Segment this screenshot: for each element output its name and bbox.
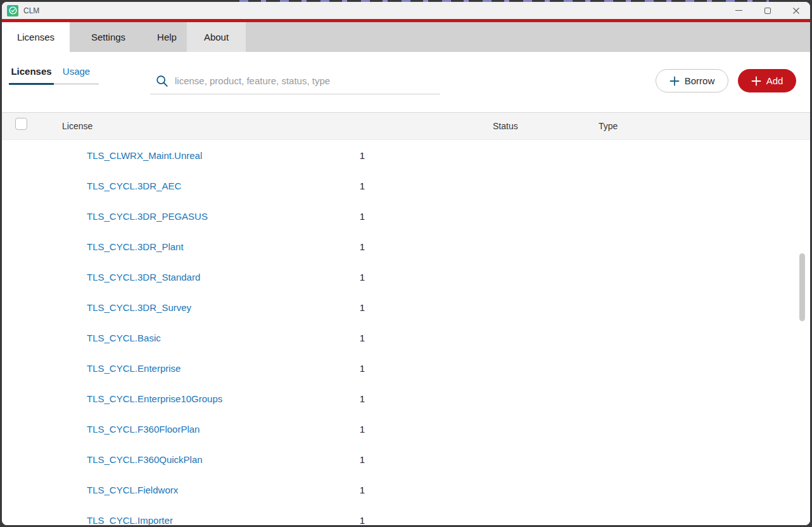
license-link[interactable]: TLS_CYCL.3DR_Standard xyxy=(87,272,200,283)
minimize-button[interactable] xyxy=(725,2,753,19)
license-link[interactable]: TLS_CYCL.Basic xyxy=(87,333,161,343)
license-link[interactable]: TLS_CYCL.F360QuickPlan xyxy=(87,454,203,465)
plus-icon xyxy=(751,76,761,86)
table-row: TLS_CYCL.3DR_AEC 1 xyxy=(2,170,810,201)
maximize-button[interactable] xyxy=(753,2,782,19)
license-link[interactable]: TLS_CYCL.Enterprise xyxy=(87,363,181,374)
vertical-scrollbar-thumb[interactable] xyxy=(799,253,805,321)
maximize-icon xyxy=(764,8,771,14)
app-logo-check-circle-icon xyxy=(7,5,18,16)
search-icon xyxy=(155,74,169,88)
tab-settings-label: Settings xyxy=(91,32,125,42)
license-link[interactable]: TLS_CYCL.F360FloorPlan xyxy=(87,424,200,435)
search-field xyxy=(150,68,440,94)
clm-app-window: CLM Licenses Settings Help About License… xyxy=(2,2,810,525)
license-count: 1 xyxy=(339,485,365,495)
license-count: 1 xyxy=(339,181,365,191)
search-input[interactable] xyxy=(175,75,440,86)
license-count: 1 xyxy=(339,333,365,343)
view-tab-usage[interactable]: Usage xyxy=(54,66,99,85)
license-count: 1 xyxy=(339,454,365,465)
license-link[interactable]: TLS_CYCL.Enterprise10Groups xyxy=(87,393,222,404)
view-tab-licenses-label: Licenses xyxy=(11,66,51,77)
borrow-button-label: Borrow xyxy=(685,75,715,86)
select-all-checkbox[interactable] xyxy=(15,118,27,130)
view-tabs: Licenses Usage xyxy=(9,66,99,85)
table-row: TLS_CYCL.Fieldworx 1 xyxy=(2,474,810,505)
license-count: 1 xyxy=(339,150,365,161)
table-row: TLS_CYCL.3DR_Plant 1 xyxy=(2,231,810,262)
window-title: CLM xyxy=(23,6,39,15)
view-tab-usage-label: Usage xyxy=(63,66,90,77)
view-tab-licenses[interactable]: Licenses xyxy=(9,66,54,85)
plus-icon xyxy=(669,76,680,86)
titlebar: CLM xyxy=(2,2,810,19)
minimize-icon xyxy=(735,10,742,11)
window-controls xyxy=(725,2,810,19)
tab-licenses[interactable]: Licenses xyxy=(2,22,70,52)
tab-about[interactable]: About xyxy=(187,22,246,52)
table-row: TLS_CYCL.3DR_Survey 1 xyxy=(2,292,810,322)
menu-tabstrip: Licenses Settings Help About xyxy=(2,22,810,52)
active-tab-underline xyxy=(9,83,54,85)
column-header-type: Type xyxy=(599,121,618,131)
tab-help[interactable]: Help xyxy=(147,22,187,52)
license-count: 1 xyxy=(339,302,365,313)
table-row: TLS_CLWRX_Maint.Unreal 1 xyxy=(2,140,810,170)
table-row: TLS_CYCL.3DR_Standard 1 xyxy=(2,262,810,292)
column-header-license: License xyxy=(62,121,92,131)
close-button[interactable] xyxy=(782,2,810,19)
tab-about-label: About xyxy=(204,32,229,42)
tab-help-label: Help xyxy=(157,32,177,42)
add-button[interactable]: Add xyxy=(738,69,796,92)
table-row: TLS_CYCL.F360FloorPlan 1 xyxy=(2,414,810,444)
license-link[interactable]: TLS_CLWRX_Maint.Unreal xyxy=(87,150,202,161)
column-header-status: Status xyxy=(493,121,518,131)
toolbar-row: Licenses Usage Borrow A xyxy=(2,52,810,112)
license-count: 1 xyxy=(339,515,365,526)
license-count: 1 xyxy=(339,211,365,222)
license-link[interactable]: TLS_CYCL.3DR_AEC xyxy=(87,181,181,191)
add-button-label: Add xyxy=(766,75,783,86)
close-icon xyxy=(792,7,800,15)
check-circle-icon xyxy=(9,6,17,15)
license-count: 1 xyxy=(339,363,365,374)
table-row: TLS_CYCL.3DR_PEGASUS 1 xyxy=(2,201,810,231)
license-link[interactable]: TLS_CYCL.3DR_Plant xyxy=(87,241,184,252)
table-row: TLS_CYCL.Basic 1 xyxy=(2,322,810,353)
table-row: TLS_CYCL.Importer 1 xyxy=(2,505,810,525)
license-table-body: TLS_CLWRX_Maint.Unreal 1 TLS_CYCL.3DR_AE… xyxy=(2,140,810,525)
license-count: 1 xyxy=(339,272,365,283)
tab-settings[interactable]: Settings xyxy=(70,22,147,52)
table-header: License Status Type xyxy=(2,112,810,140)
inactive-tab-underline xyxy=(54,83,99,85)
license-count: 1 xyxy=(339,424,365,435)
license-link[interactable]: TLS_CYCL.3DR_Survey xyxy=(87,302,191,313)
license-link[interactable]: TLS_CYCL.Fieldworx xyxy=(87,485,178,495)
tab-licenses-label: Licenses xyxy=(17,32,54,42)
table-row: TLS_CYCL.F360QuickPlan 1 xyxy=(2,444,810,474)
license-count: 1 xyxy=(339,393,365,404)
table-row: TLS_CYCL.Enterprise10Groups 1 xyxy=(2,383,810,414)
license-link[interactable]: TLS_CYCL.Importer xyxy=(87,515,173,526)
license-count: 1 xyxy=(339,241,365,252)
table-row: TLS_CYCL.Enterprise 1 xyxy=(2,353,810,383)
borrow-button[interactable]: Borrow xyxy=(656,69,728,92)
license-link[interactable]: TLS_CYCL.3DR_PEGASUS xyxy=(87,211,208,222)
